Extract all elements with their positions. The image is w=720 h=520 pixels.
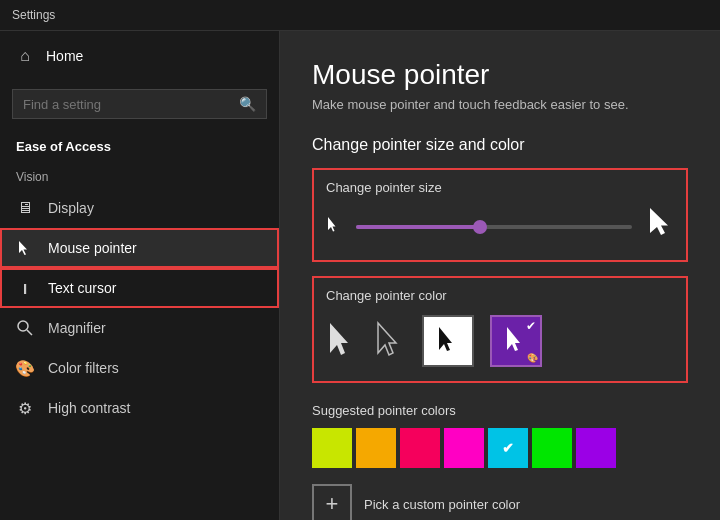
sidebar-item-text-cursor[interactable]: I Text cursor — [0, 268, 279, 308]
sidebar-item-high-contrast[interactable]: ⚙ High contrast — [0, 388, 279, 428]
page-title: Mouse pointer — [312, 59, 688, 91]
swatch-purple[interactable] — [576, 428, 616, 468]
check-mark: ✔ — [526, 319, 536, 333]
plus-button[interactable]: + — [312, 484, 352, 520]
cyan-check: ✔ — [502, 440, 514, 456]
text-cursor-icon: I — [16, 279, 34, 297]
ease-of-access-label: Ease of Access — [0, 127, 279, 158]
magnifier-icon — [16, 319, 34, 337]
color-options-row: ✔ 🎨 — [326, 315, 674, 367]
title-bar: Settings — [0, 0, 720, 31]
sidebar-item-home[interactable]: ⌂ Home — [0, 31, 279, 81]
color-swatches-row: ✔ — [312, 428, 688, 468]
sidebar-item-label: Display — [48, 200, 94, 216]
pointer-size-section: Change pointer size — [312, 168, 688, 262]
section-title: Change pointer size and color — [312, 136, 688, 154]
pointer-color-section: Change pointer color — [312, 276, 688, 383]
search-icon: 🔍 — [239, 96, 256, 112]
custom-color-row: + Pick a custom pointer color — [312, 484, 688, 520]
display-icon: 🖥 — [16, 199, 34, 217]
main-layout: ⌂ Home 🔍 Ease of Access Vision 🖥 Display… — [0, 31, 720, 520]
vision-label: Vision — [0, 158, 279, 188]
sidebar-item-label: Text cursor — [48, 280, 116, 296]
suggested-label: Suggested pointer colors — [312, 403, 688, 418]
svg-point-0 — [18, 321, 28, 331]
color-option-white[interactable] — [422, 315, 474, 367]
high-contrast-icon: ⚙ — [16, 399, 34, 417]
custom-color-label: Pick a custom pointer color — [364, 497, 520, 512]
svg-line-1 — [27, 330, 32, 335]
cursor-small-icon — [326, 216, 340, 237]
color-filters-icon: 🎨 — [16, 359, 34, 377]
sidebar-item-display[interactable]: 🖥 Display — [0, 188, 279, 228]
swatch-cyan[interactable]: ✔ — [488, 428, 528, 468]
color-option-custom[interactable]: ✔ 🎨 — [490, 315, 542, 367]
sidebar-item-mouse-pointer[interactable]: Mouse pointer — [0, 228, 279, 268]
sidebar-item-label: Magnifier — [48, 320, 106, 336]
search-input[interactable] — [23, 97, 231, 112]
sidebar: ⌂ Home 🔍 Ease of Access Vision 🖥 Display… — [0, 31, 280, 520]
sidebar-item-label: Mouse pointer — [48, 240, 137, 256]
sidebar-item-label: High contrast — [48, 400, 130, 416]
sidebar-home-label: Home — [46, 48, 83, 64]
color-option-black[interactable] — [326, 321, 358, 361]
swatch-orange[interactable] — [356, 428, 396, 468]
sidebar-item-magnifier[interactable]: Magnifier — [0, 308, 279, 348]
size-slider-thumb[interactable] — [473, 220, 487, 234]
cursor-large-icon — [648, 207, 674, 246]
home-icon: ⌂ — [16, 47, 34, 65]
pointer-size-label: Change pointer size — [326, 180, 674, 195]
sidebar-item-color-filters[interactable]: 🎨 Color filters — [0, 348, 279, 388]
pointer-color-label: Change pointer color — [326, 288, 674, 303]
color-option-outline[interactable] — [374, 321, 406, 361]
swatch-pink-red[interactable] — [400, 428, 440, 468]
size-slider-fill — [356, 225, 480, 229]
sidebar-item-label: Color filters — [48, 360, 119, 376]
size-slider-track[interactable] — [356, 225, 632, 229]
swatch-green[interactable] — [532, 428, 572, 468]
swatch-hot-pink[interactable] — [444, 428, 484, 468]
mouse-pointer-icon — [16, 239, 34, 257]
page-subtitle: Make mouse pointer and touch feedback ea… — [312, 97, 688, 112]
swatch-yellow-green[interactable] — [312, 428, 352, 468]
search-box[interactable]: 🔍 — [12, 89, 267, 119]
slider-row — [326, 207, 674, 246]
main-content: Mouse pointer Make mouse pointer and tou… — [280, 31, 720, 520]
title-bar-label: Settings — [12, 8, 55, 22]
